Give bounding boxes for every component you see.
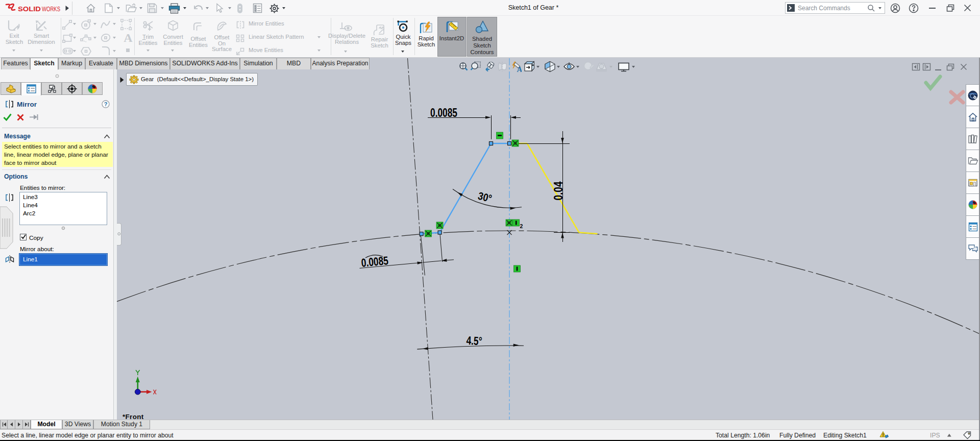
svg-text:0.0085: 0.0085	[361, 254, 389, 270]
svg-text:30°: 30°	[477, 190, 493, 205]
svg-text:*Front: *Front	[122, 413, 144, 420]
svg-text:0.04: 0.04	[552, 181, 565, 200]
svg-text:WORKS: WORKS	[42, 5, 60, 13]
svg-text:!: !	[883, 432, 884, 437]
svg-text:4.5°: 4.5°	[466, 334, 482, 348]
svg-text:0.0085: 0.0085	[430, 106, 457, 119]
svg-text:?: ?	[104, 101, 108, 107]
svg-text:2: 2	[520, 223, 523, 229]
svg-text:A: A	[517, 65, 522, 72]
svg-text:SOLID: SOLID	[18, 5, 41, 13]
